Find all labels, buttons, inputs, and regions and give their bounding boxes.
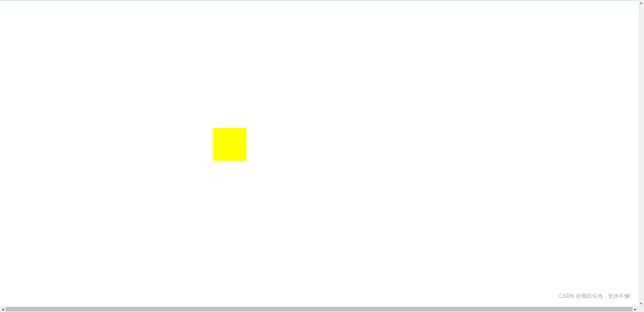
content-area: CSDN @脚踏实地，坚持不懈! xyxy=(0,0,638,306)
horizontal-scroll-thumb[interactable] xyxy=(6,307,633,311)
scroll-down-arrow-icon[interactable]: ▼ xyxy=(638,301,644,306)
vertical-scroll-track[interactable] xyxy=(638,6,644,301)
watermark-text: CSDN @脚踏实地，坚持不懈! xyxy=(559,293,631,300)
vertical-scrollbar[interactable]: ▲ ▼ xyxy=(638,0,644,306)
horizontal-scroll-track[interactable] xyxy=(6,306,633,312)
scroll-up-arrow-icon[interactable]: ▲ xyxy=(638,0,644,6)
viewport: CSDN @脚踏实地，坚持不懈! ▲ ▼ ◀ ▶ xyxy=(0,0,644,312)
yellow-square xyxy=(213,128,246,161)
scroll-left-arrow-icon[interactable]: ◀ xyxy=(0,306,6,312)
scroll-corner xyxy=(638,306,644,312)
scroll-right-arrow-icon[interactable]: ▶ xyxy=(633,306,638,312)
horizontal-scrollbar[interactable]: ◀ ▶ xyxy=(0,306,638,312)
